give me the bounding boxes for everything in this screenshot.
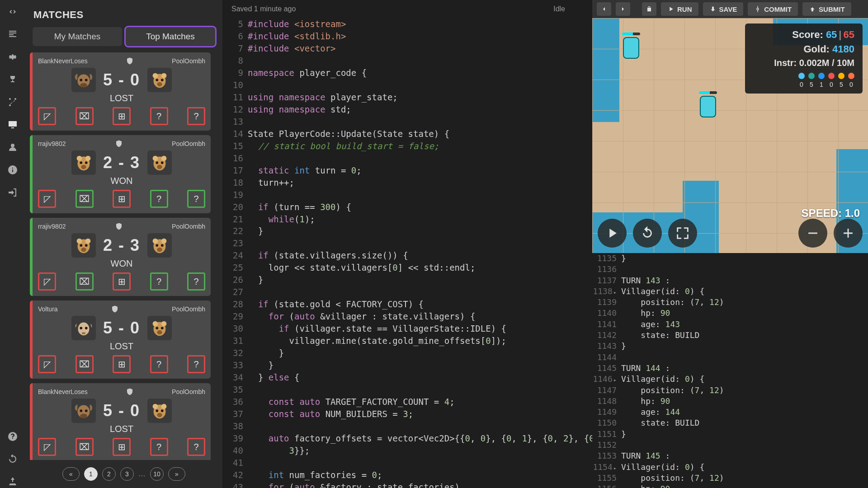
help-icon[interactable] <box>6 430 19 443</box>
svg-point-9 <box>157 82 162 87</box>
svg-point-25 <box>80 244 82 247</box>
round-icon[interactable]: ? <box>150 272 168 291</box>
round-icon[interactable]: ? <box>150 190 168 208</box>
svg-point-52 <box>157 413 162 418</box>
zoom-out-button[interactable] <box>798 219 827 248</box>
code-icon[interactable] <box>6 5 19 18</box>
hud: Score: 65|65 Gold: 4180 Instr: 0.002M / … <box>745 23 863 94</box>
player1-name: BlankNeverLoses <box>38 57 88 65</box>
history-back[interactable] <box>597 2 611 16</box>
round-icon[interactable]: ⊞ <box>113 190 131 208</box>
round-icon[interactable]: ⌧ <box>75 190 94 208</box>
svg-point-18 <box>161 156 167 161</box>
info-icon[interactable] <box>6 164 19 176</box>
submit-button[interactable]: SUBMIT <box>802 2 851 16</box>
run-button[interactable]: RUN <box>661 2 698 16</box>
round-icon[interactable]: ⌧ <box>75 438 94 456</box>
match-card[interactable]: BlankNeverLosesPoolOombh5 - 0LOST◸⌧⊞?? <box>30 52 211 131</box>
match-list[interactable]: BlankNeverLosesPoolOombh5 - 0LOST◸⌧⊞??rr… <box>30 52 218 460</box>
svg-point-21 <box>157 165 162 169</box>
player2-name: PoolOombh <box>172 223 205 230</box>
matches-title: MATCHES <box>30 5 218 27</box>
commit-button[interactable]: COMMIT <box>748 2 798 16</box>
trophy-icon[interactable] <box>6 73 19 86</box>
round-icon[interactable]: ◸ <box>38 190 56 208</box>
delete-button[interactable] <box>642 2 656 16</box>
refresh-icon[interactable] <box>6 453 19 465</box>
round-icon[interactable]: ◸ <box>38 272 56 291</box>
round-icon[interactable]: ? <box>187 107 205 125</box>
round-icon[interactable]: ◸ <box>38 355 56 373</box>
svg-point-31 <box>156 244 158 247</box>
match-card[interactable]: VolturaPoolOombh5 - 0LOST◸⌧⊞?? <box>30 300 211 379</box>
fullscreen-button[interactable] <box>668 219 697 248</box>
round-icon[interactable]: ⊞ <box>113 107 131 125</box>
round-icon[interactable]: ? <box>187 355 205 373</box>
shield-icon <box>115 140 123 148</box>
svg-point-1 <box>80 79 82 81</box>
match-card[interactable]: rrajiv9802PoolOombh2 - 3WON◸⌧⊞?? <box>30 135 211 213</box>
round-icon[interactable]: ⌧ <box>75 355 94 373</box>
match-card[interactable]: rrajiv9802PoolOombh2 - 3WON◸⌧⊞?? <box>30 218 211 296</box>
svg-point-33 <box>157 248 162 252</box>
round-icon[interactable]: ⊞ <box>113 272 131 291</box>
match-result: WON <box>38 176 205 186</box>
svg-point-26 <box>85 244 88 247</box>
page-2[interactable]: 2 <box>102 467 116 481</box>
player2-avatar <box>147 316 172 340</box>
code-lines[interactable]: #include <iostream>#include <stdlib.h>#i… <box>248 18 592 488</box>
page-next[interactable]: » <box>168 467 185 481</box>
player1-name: rrajiv9802 <box>38 223 66 230</box>
matches-panel: MATCHES My Matches Top Matches BlankNeve… <box>25 0 222 488</box>
round-icon[interactable]: ? <box>150 355 168 373</box>
svg-point-32 <box>161 244 164 247</box>
round-icon[interactable]: ? <box>150 438 168 456</box>
round-icon[interactable]: ⊞ <box>113 355 131 373</box>
page-3[interactable]: 3 <box>120 467 134 481</box>
game-view[interactable]: Score: 65|65 Gold: 4180 Instr: 0.002M / … <box>592 18 868 253</box>
player1-name: BlankNeverLoses <box>38 388 88 395</box>
logout-icon[interactable] <box>6 186 19 199</box>
share-icon[interactable] <box>6 475 19 488</box>
history-fwd[interactable] <box>616 2 630 16</box>
reset-button[interactable] <box>633 219 662 248</box>
svg-point-8 <box>161 79 164 81</box>
page-last[interactable]: 10 <box>150 467 164 481</box>
play-button[interactable] <box>598 219 627 248</box>
zoom-in-button[interactable] <box>834 219 863 248</box>
docs-icon[interactable] <box>6 28 19 41</box>
svg-point-30 <box>161 239 167 244</box>
round-icon[interactable]: ? <box>187 438 205 456</box>
match-score: 5 - 0 <box>103 70 140 89</box>
round-icon[interactable]: ⌧ <box>75 107 94 125</box>
run-status: Idle <box>553 5 565 13</box>
round-icon[interactable]: ◸ <box>38 107 56 125</box>
tab-top-matches[interactable]: Top Matches <box>126 27 215 46</box>
page-first[interactable]: « <box>62 467 80 481</box>
match-card[interactable]: BlankNeverLosesPoolOombh5 - 0LOST◸⌧⊞?? <box>30 383 211 460</box>
code-editor[interactable]: 5678910111213141516171819202122232425262… <box>222 18 592 488</box>
round-icon[interactable]: ⊞ <box>113 438 131 456</box>
tab-my-matches[interactable]: My Matches <box>33 27 122 46</box>
saved-status: Saved 1 minute ago <box>231 5 296 13</box>
player2-avatar <box>147 150 172 175</box>
round-icon[interactable]: ? <box>150 107 168 125</box>
svg-point-50 <box>156 409 158 412</box>
log-panel[interactable]: 1135113611371138113911401141114211431144… <box>592 253 868 488</box>
svg-point-17 <box>153 156 158 161</box>
round-icon[interactable]: ? <box>187 272 205 291</box>
gear-icon[interactable] <box>6 51 19 63</box>
svg-point-23 <box>77 239 82 244</box>
player1-avatar <box>71 316 96 340</box>
branch-icon[interactable] <box>6 96 19 108</box>
round-icon[interactable]: ? <box>187 190 205 208</box>
round-icon[interactable]: ⌧ <box>75 272 94 291</box>
match-result: LOST <box>38 424 205 434</box>
user-icon[interactable] <box>6 141 19 154</box>
page-1[interactable]: 1 <box>84 467 98 481</box>
hud-dot: 0 <box>848 73 854 88</box>
save-button[interactable]: SAVE <box>703 2 744 16</box>
svg-point-27 <box>81 248 86 252</box>
round-icon[interactable]: ◸ <box>38 438 56 456</box>
monitor-icon[interactable] <box>6 118 19 131</box>
